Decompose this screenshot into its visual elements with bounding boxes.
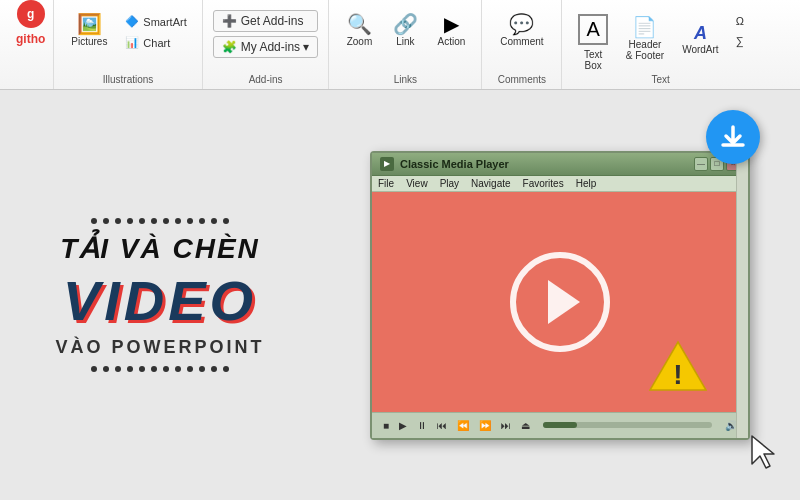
download-icon (719, 123, 747, 151)
get-addins-button[interactable]: ➕ Get Add-ins (213, 10, 319, 32)
smartart-icon: 🔷 (125, 15, 139, 28)
group-addins: ➕ Get Add-ins 🧩 My Add-ins ▾ Add-ins (203, 0, 330, 89)
warning-icon: ! (648, 340, 708, 392)
fwd-button[interactable]: ⏩ (476, 419, 494, 432)
group-comments: 💬 Comment Comments (482, 0, 562, 89)
title-line1: TẢI VÀ CHÈN (60, 232, 260, 265)
symbol-icon: Ω (736, 15, 744, 27)
equation-button[interactable]: ∑ (731, 32, 749, 50)
right-panel: ▶ Classic Media Player — □ × File View P… (320, 90, 800, 500)
group-text: A TextBox 📄 Header& Footer A WordArt Ω ∑… (562, 0, 758, 89)
dot (127, 218, 133, 224)
group-illustrations: 🖼️ Pictures 🔷 SmartArt 📊 Chart Illustrat… (54, 0, 202, 89)
dot (199, 366, 205, 372)
logo-text: githo (16, 32, 45, 46)
prev-button[interactable]: ⏮ (434, 419, 450, 432)
controls-row: ■ ▶ ⏸ ⏮ ⏪ ⏩ ⏭ ⏏ 🔊 (380, 419, 740, 432)
dot (187, 218, 193, 224)
bottom-dots (91, 366, 229, 372)
stop-button[interactable]: ■ (380, 419, 392, 432)
link-button[interactable]: 🔗 Link (385, 10, 425, 51)
rew-button[interactable]: ⏪ (454, 419, 472, 432)
logo-icon: g (17, 0, 45, 28)
dot (139, 366, 145, 372)
dot (163, 218, 169, 224)
dot (91, 366, 97, 372)
menu-play[interactable]: Play (440, 178, 459, 189)
top-dots (91, 218, 229, 224)
addins-label: Add-ins (249, 74, 283, 85)
svg-marker-2 (752, 436, 774, 468)
pictures-button[interactable]: 🖼️ Pictures (64, 10, 114, 51)
equation-icon: ∑ (736, 35, 744, 47)
text-label: Text (651, 74, 669, 85)
dot (103, 366, 109, 372)
minimize-button[interactable]: — (694, 157, 708, 171)
menu-file[interactable]: File (378, 178, 394, 189)
player-menubar: File View Play Navigate Favorites Help (372, 176, 748, 192)
dot (175, 218, 181, 224)
play-button[interactable] (510, 252, 610, 352)
dot (103, 218, 109, 224)
header-footer-button[interactable]: 📄 Header& Footer (620, 10, 670, 68)
titlebar-left: ▶ Classic Media Player (380, 157, 509, 171)
comment-button[interactable]: 💬 Comment (494, 10, 549, 51)
svg-text:!: ! (673, 359, 682, 390)
illustrations-label: Illustrations (103, 74, 154, 85)
my-addins-icon: 🧩 (222, 40, 237, 54)
pause-button[interactable]: ⏸ (414, 419, 430, 432)
player-app-icon: ▶ (380, 157, 394, 171)
comment-icon: 💬 (509, 14, 534, 34)
dot (139, 218, 145, 224)
menu-help[interactable]: Help (576, 178, 597, 189)
play-ctrl-button[interactable]: ▶ (396, 419, 410, 432)
symbol-button[interactable]: Ω (731, 12, 749, 30)
dot (163, 366, 169, 372)
chart-button[interactable]: 📊 Chart (120, 33, 191, 52)
my-addins-button[interactable]: 🧩 My Add-ins ▾ (213, 36, 319, 58)
player-screen: ! (372, 192, 748, 412)
smartart-button[interactable]: 🔷 SmartArt (120, 12, 191, 31)
progress-bar[interactable] (543, 422, 712, 428)
zoom-button[interactable]: 🔍 Zoom (339, 10, 379, 51)
textbox-icon: A (578, 14, 607, 45)
link-icon: 🔗 (393, 14, 418, 34)
textbox-button[interactable]: A TextBox (572, 10, 613, 75)
comments-label: Comments (498, 74, 546, 85)
next-button[interactable]: ⏭ (498, 419, 514, 432)
menu-navigate[interactable]: Navigate (471, 178, 510, 189)
media-player-window: ▶ Classic Media Player — □ × File View P… (370, 151, 750, 440)
chart-icon: 📊 (125, 36, 139, 49)
menu-favorites[interactable]: Favorites (523, 178, 564, 189)
dot (91, 218, 97, 224)
title-line3: VÀO POWERPOINT (55, 337, 264, 358)
group-links: 🔍 Zoom 🔗 Link ▶ Action Links (329, 0, 482, 89)
dot (115, 366, 121, 372)
player-titlebar: ▶ Classic Media Player — □ × (372, 153, 748, 176)
player-title: Classic Media Player (400, 158, 509, 170)
download-button[interactable] (706, 110, 760, 164)
action-button[interactable]: ▶ Action (431, 10, 471, 51)
wordart-button[interactable]: A WordArt (676, 10, 725, 68)
get-addins-icon: ➕ (222, 14, 237, 28)
ribbon-toolbar: g githo 🖼️ Pictures 🔷 SmartArt 📊 Chart (0, 0, 800, 90)
eject-button[interactable]: ⏏ (518, 419, 533, 432)
play-icon (548, 280, 580, 324)
dot (199, 218, 205, 224)
player-scrollbar[interactable] (736, 153, 748, 438)
cursor-icon (750, 434, 780, 470)
dot (151, 218, 157, 224)
action-icon: ▶ (444, 14, 459, 34)
dot (211, 366, 217, 372)
player-controls: ■ ▶ ⏸ ⏮ ⏪ ⏩ ⏭ ⏏ 🔊 (372, 412, 748, 438)
header-footer-icon: 📄 (632, 17, 657, 37)
progress-fill (543, 422, 577, 428)
dot (175, 366, 181, 372)
title-video: VIDEO (63, 273, 257, 329)
dot (151, 366, 157, 372)
main-content: TẢI VÀ CHÈN VIDEO VÀO POWERPOINT (0, 90, 800, 500)
dot (127, 366, 133, 372)
logo-area: g githo (8, 0, 54, 89)
menu-view[interactable]: View (406, 178, 428, 189)
left-panel: TẢI VÀ CHÈN VIDEO VÀO POWERPOINT (0, 90, 320, 500)
